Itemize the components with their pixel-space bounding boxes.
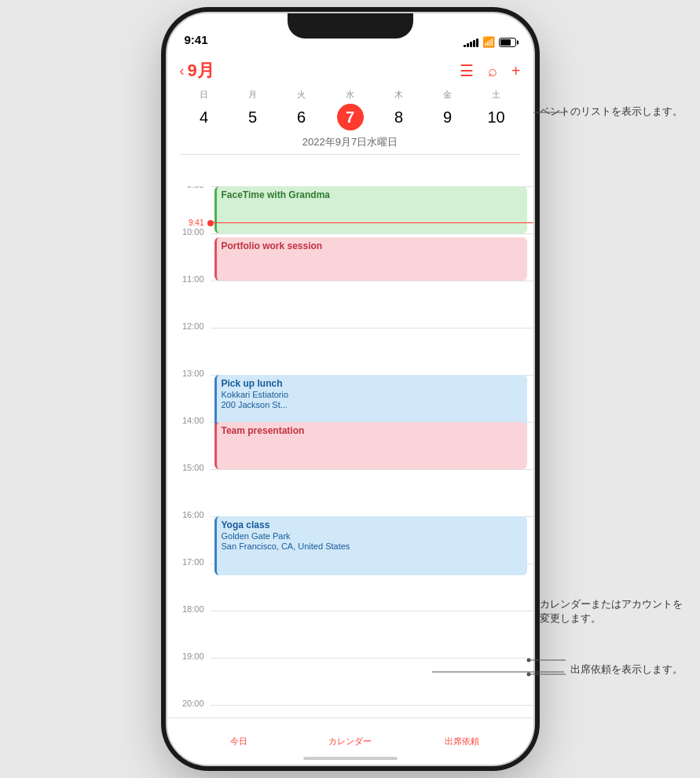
time-line bbox=[211, 658, 533, 705]
date-7-today[interactable]: 7 bbox=[337, 104, 364, 130]
time-line bbox=[211, 469, 533, 516]
list-view-icon[interactable]: ☰ bbox=[460, 61, 474, 80]
day-label-tue: 火 bbox=[277, 89, 326, 101]
event-yoga[interactable]: Yoga classGolden Gate ParkSan Francisco,… bbox=[214, 516, 527, 575]
time-label: 9:00 bbox=[167, 186, 211, 189]
time-label: 10:00 bbox=[167, 227, 211, 237]
tab-today-label: 今日 bbox=[230, 736, 247, 747]
annotation-list-view: イベントのリストを表示します。 bbox=[530, 105, 683, 119]
time-grid: 9:0010:0011:0012:0013:0014:0015:0016:001… bbox=[167, 186, 533, 717]
event-title: FaceTime with Grandma bbox=[222, 189, 522, 200]
time-label: 19:00 bbox=[167, 651, 211, 661]
date-8[interactable]: 8 bbox=[375, 104, 423, 130]
event-subtitle-2: San Francisco, CA, United States bbox=[222, 541, 522, 551]
battery-icon bbox=[499, 38, 516, 47]
event-title: Portfolio work session bbox=[222, 240, 522, 251]
month-title[interactable]: 9月 bbox=[188, 59, 214, 83]
tab-calendar-label: カレンダー bbox=[328, 736, 372, 747]
status-icons: 📶 bbox=[464, 36, 516, 48]
week-dates: 4 5 6 7 8 9 10 bbox=[180, 102, 521, 134]
event-subtitle-2: 200 Jackson St... bbox=[222, 400, 522, 409]
time-slot-18:00: 18:00 bbox=[167, 611, 533, 658]
search-icon[interactable]: ⌕ bbox=[488, 62, 497, 80]
date-9[interactable]: 9 bbox=[423, 104, 472, 130]
time-label: 17:00 bbox=[167, 557, 211, 567]
date-10[interactable]: 10 bbox=[472, 104, 521, 130]
day-label-fri: 金 bbox=[423, 89, 472, 101]
date-4[interactable]: 4 bbox=[180, 104, 229, 130]
event-title: Team presentation bbox=[222, 425, 522, 436]
time-label: 11:00 bbox=[167, 274, 211, 284]
month-nav[interactable]: ‹ 9月 bbox=[180, 59, 214, 83]
time-label: 18:00 bbox=[167, 604, 211, 614]
month-row: ‹ 9月 ☰ ⌕ + bbox=[180, 53, 521, 86]
event-team-presentation[interactable]: Team presentation bbox=[214, 422, 527, 469]
time-label: 12:00 bbox=[167, 321, 211, 331]
wifi-icon: 📶 bbox=[482, 36, 495, 48]
current-time-indicator: 9:41 bbox=[167, 218, 533, 227]
tab-invitation[interactable]: 出席依頼 bbox=[406, 736, 518, 747]
current-time-line bbox=[211, 222, 533, 224]
time-label: 15:00 bbox=[167, 463, 211, 472]
tab-calendar[interactable]: カレンダー bbox=[295, 736, 406, 747]
time-line bbox=[211, 611, 533, 658]
week-day-labels: 日 月 火 水 木 金 土 bbox=[180, 86, 521, 102]
current-time-label: 9:41 bbox=[167, 218, 211, 227]
annotation-invitation: 出席依頼を表示します。 bbox=[570, 662, 683, 677]
time-line bbox=[211, 705, 533, 717]
time-slot-12:00: 12:00 bbox=[167, 328, 533, 375]
event-subtitle-1: Kokkari Estiatorio bbox=[222, 390, 522, 399]
time-line bbox=[211, 281, 533, 328]
time-slot-15:00: 15:00 bbox=[167, 469, 533, 516]
time-label: 14:00 bbox=[167, 416, 211, 425]
back-chevron-icon[interactable]: ‹ bbox=[180, 63, 185, 79]
home-indicator bbox=[303, 757, 398, 760]
status-time: 9:41 bbox=[185, 33, 208, 48]
event-title: Pick up lunch bbox=[222, 378, 522, 389]
phone-frame: 9:41 📶 ‹ 9月 bbox=[166, 12, 535, 766]
time-label: 16:00 bbox=[167, 510, 211, 519]
day-label-thu: 木 bbox=[375, 89, 423, 101]
signal-icon bbox=[464, 38, 478, 47]
current-time-dot bbox=[207, 220, 214, 226]
event-title: Yoga class bbox=[222, 519, 522, 530]
time-slot-11:00: 11:00 bbox=[167, 281, 533, 328]
date-6[interactable]: 6 bbox=[277, 104, 326, 130]
day-label-mon: 月 bbox=[229, 89, 277, 101]
tab-today[interactable]: 今日 bbox=[183, 736, 295, 747]
date-5[interactable]: 5 bbox=[229, 104, 277, 130]
date-subtitle: 2022年9月7日水曜日 bbox=[180, 134, 521, 155]
annotation-calendar-account: カレンダーまたはアカウントを 変更します。 bbox=[540, 597, 683, 626]
day-label-sat: 土 bbox=[472, 89, 521, 101]
time-slot-19:00: 19:00 bbox=[167, 658, 533, 705]
tab-invitation-label: 出席依頼 bbox=[445, 736, 479, 747]
time-label: 13:00 bbox=[167, 369, 211, 378]
time-line bbox=[211, 328, 533, 375]
header-actions: ☰ ⌕ + bbox=[460, 61, 521, 80]
event-portfolio[interactable]: Portfolio work session bbox=[214, 237, 527, 281]
time-label: 20:00 bbox=[167, 699, 211, 708]
day-label-sun: 日 bbox=[180, 89, 229, 101]
calendar-header: ‹ 9月 ☰ ⌕ + 日 月 火 水 木 金 土 bbox=[167, 53, 533, 155]
add-event-icon[interactable]: + bbox=[511, 62, 521, 80]
day-label-wed: 水 bbox=[326, 89, 375, 101]
time-slot-20:00: 20:00 bbox=[167, 705, 533, 717]
event-subtitle-1: Golden Gate Park bbox=[222, 531, 522, 541]
notch bbox=[288, 13, 413, 39]
